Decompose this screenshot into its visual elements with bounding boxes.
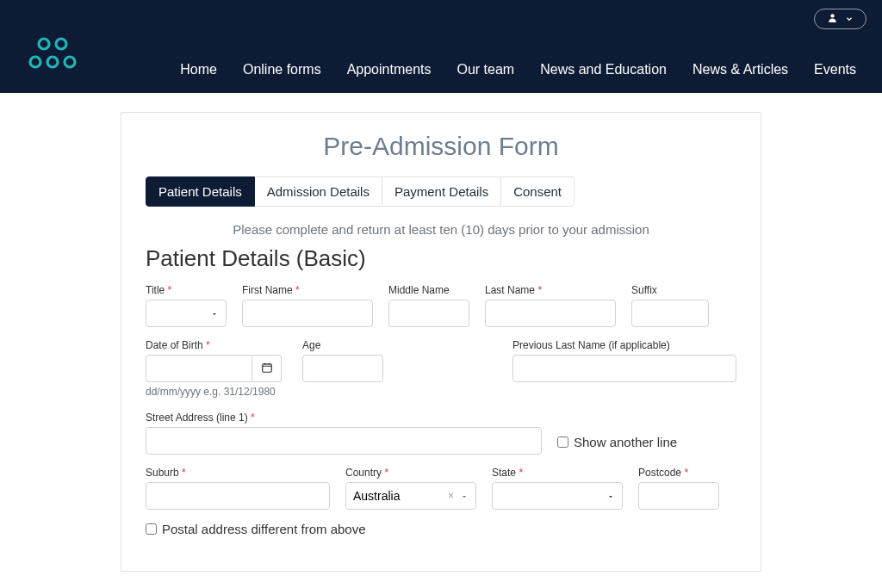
calendar-icon: [261, 362, 273, 376]
svg-point-1: [39, 39, 49, 49]
section-heading: Patient Details (Basic): [146, 245, 736, 272]
label-last-name: Last Name *: [485, 284, 616, 296]
label-age: Age: [302, 339, 383, 351]
country-select[interactable]: [345, 482, 476, 510]
last-name-input[interactable]: [485, 300, 616, 327]
title-select[interactable]: [146, 300, 227, 327]
label-middle-name: Middle Name: [388, 284, 469, 296]
label-suburb: Suburb *: [146, 467, 330, 479]
nav-appointments[interactable]: Appointments: [347, 62, 432, 77]
tab-payment-details[interactable]: Payment Details: [382, 176, 501, 207]
label-country: Country *: [345, 467, 476, 479]
tab-consent[interactable]: Consent: [501, 176, 575, 207]
label-postcode: Postcode *: [638, 467, 719, 479]
label-prev-last: Previous Last Name (if applicable): [512, 339, 736, 351]
nav-home[interactable]: Home: [180, 62, 217, 77]
chevron-down-icon: [845, 12, 854, 26]
svg-point-2: [56, 39, 66, 49]
form-note: Please complete and return at least ten …: [146, 222, 736, 237]
tab-patient-details[interactable]: Patient Details: [146, 176, 255, 207]
age-input: [302, 355, 383, 382]
logo[interactable]: [26, 36, 79, 72]
form-title: Pre-Admission Form: [146, 132, 736, 161]
dob-input[interactable]: [146, 355, 252, 382]
suburb-input[interactable]: [146, 482, 330, 510]
tab-admission-details[interactable]: Admission Details: [255, 176, 382, 207]
street1-input[interactable]: [146, 427, 542, 455]
first-name-input[interactable]: [242, 300, 373, 327]
svg-point-5: [65, 57, 75, 67]
suffix-input[interactable]: [631, 300, 709, 327]
account-menu[interactable]: [814, 9, 866, 29]
label-first-name: First Name *: [242, 284, 373, 296]
svg-point-4: [47, 57, 58, 67]
state-select[interactable]: [492, 482, 623, 510]
show-another-line-label: Show another line: [574, 435, 677, 449]
label-suffix: Suffix: [631, 284, 709, 296]
nav-links: Home Online forms Appointments Our team …: [180, 62, 856, 77]
nav-news-education[interactable]: News and Education: [540, 62, 667, 77]
postcode-input[interactable]: [638, 482, 719, 510]
svg-rect-6: [262, 363, 271, 371]
postal-diff-label: Postal address different from above: [162, 522, 366, 536]
label-title: Title *: [146, 284, 227, 296]
nav-our-team[interactable]: Our team: [457, 62, 514, 77]
form-panel: Pre-Admission Form Patient Details Admis…: [121, 112, 761, 572]
prev-last-name-input[interactable]: [512, 355, 736, 382]
dob-help: dd/mm/yyyy e.g. 31/12/1980: [146, 386, 282, 399]
postal-diff-checkbox[interactable]: [146, 523, 157, 535]
form-tabs: Patient Details Admission Details Paymen…: [146, 176, 736, 207]
user-icon: [827, 12, 838, 26]
show-another-line-checkbox[interactable]: [557, 436, 568, 448]
dob-calendar-button[interactable]: [252, 355, 282, 382]
svg-point-3: [30, 57, 40, 67]
label-dob: Date of Birth *: [146, 339, 282, 351]
navbar: Home Online forms Appointments Our team …: [0, 0, 882, 93]
middle-name-input[interactable]: [388, 300, 469, 327]
svg-point-0: [830, 14, 834, 17]
nav-news-articles[interactable]: News & Articles: [693, 62, 788, 77]
nav-online-forms[interactable]: Online forms: [243, 62, 321, 77]
label-state: State *: [492, 467, 623, 479]
nav-events[interactable]: Events: [814, 62, 856, 77]
label-street1: Street Address (line 1) *: [146, 412, 542, 424]
